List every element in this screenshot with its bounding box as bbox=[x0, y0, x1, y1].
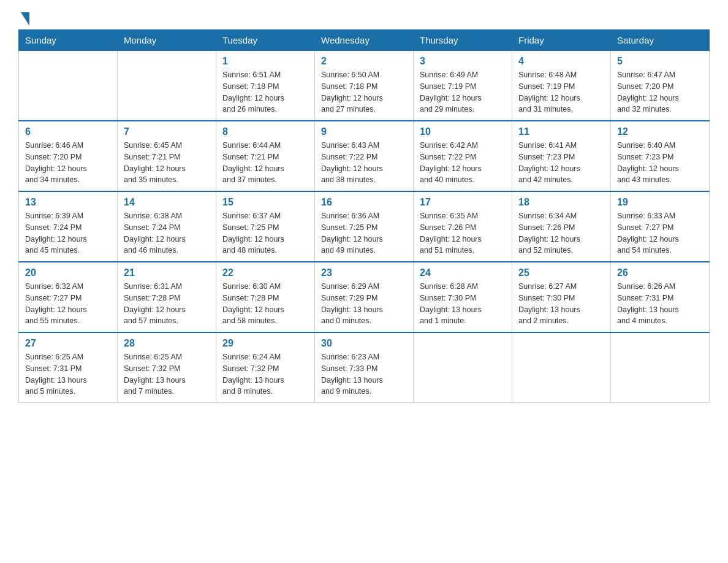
day-number: 24 bbox=[420, 267, 506, 278]
day-info: Sunrise: 6:41 AM Sunset: 7:23 PM Dayligh… bbox=[518, 140, 604, 186]
day-number: 25 bbox=[518, 267, 604, 278]
day-info: Sunrise: 6:40 AM Sunset: 7:23 PM Dayligh… bbox=[617, 140, 703, 186]
calendar-header-row: SundayMondayTuesdayWednesdayThursdayFrid… bbox=[19, 30, 710, 51]
page-header bbox=[18, 12, 710, 23]
day-number: 23 bbox=[321, 267, 407, 278]
calendar-cell: 7Sunrise: 6:45 AM Sunset: 7:21 PM Daylig… bbox=[118, 121, 216, 191]
day-number: 21 bbox=[124, 267, 210, 278]
day-info: Sunrise: 6:38 AM Sunset: 7:24 PM Dayligh… bbox=[124, 210, 210, 256]
weekday-header: Saturday bbox=[611, 30, 710, 51]
calendar-cell: 5Sunrise: 6:47 AM Sunset: 7:20 PM Daylig… bbox=[611, 51, 710, 121]
calendar-cell: 1Sunrise: 6:51 AM Sunset: 7:18 PM Daylig… bbox=[216, 51, 315, 121]
calendar-cell bbox=[19, 51, 118, 121]
day-info: Sunrise: 6:33 AM Sunset: 7:27 PM Dayligh… bbox=[617, 210, 703, 256]
day-number: 1 bbox=[222, 56, 308, 67]
day-number: 16 bbox=[321, 197, 407, 208]
day-number: 18 bbox=[518, 197, 604, 208]
calendar-cell: 29Sunrise: 6:24 AM Sunset: 7:32 PM Dayli… bbox=[216, 332, 315, 403]
calendar-cell bbox=[512, 332, 611, 403]
day-number: 4 bbox=[518, 56, 604, 67]
day-info: Sunrise: 6:39 AM Sunset: 7:24 PM Dayligh… bbox=[25, 210, 111, 256]
weekday-header: Tuesday bbox=[216, 30, 315, 51]
day-number: 14 bbox=[124, 197, 210, 208]
weekday-header: Friday bbox=[512, 30, 611, 51]
calendar-cell: 16Sunrise: 6:36 AM Sunset: 7:25 PM Dayli… bbox=[315, 191, 414, 262]
calendar-cell: 4Sunrise: 6:48 AM Sunset: 7:19 PM Daylig… bbox=[512, 51, 611, 121]
weekday-header: Monday bbox=[118, 30, 216, 51]
day-number: 28 bbox=[124, 338, 210, 349]
day-number: 8 bbox=[222, 126, 308, 137]
day-number: 9 bbox=[321, 126, 407, 137]
calendar-cell: 23Sunrise: 6:29 AM Sunset: 7:29 PM Dayli… bbox=[315, 262, 414, 332]
calendar-table: SundayMondayTuesdayWednesdayThursdayFrid… bbox=[18, 29, 710, 403]
day-info: Sunrise: 6:31 AM Sunset: 7:28 PM Dayligh… bbox=[124, 281, 210, 327]
calendar-cell: 27Sunrise: 6:25 AM Sunset: 7:31 PM Dayli… bbox=[19, 332, 118, 403]
weekday-header: Sunday bbox=[19, 30, 118, 51]
day-info: Sunrise: 6:36 AM Sunset: 7:25 PM Dayligh… bbox=[321, 210, 407, 256]
day-info: Sunrise: 6:35 AM Sunset: 7:26 PM Dayligh… bbox=[420, 210, 506, 256]
calendar-cell bbox=[414, 332, 512, 403]
calendar-cell: 8Sunrise: 6:44 AM Sunset: 7:21 PM Daylig… bbox=[216, 121, 315, 191]
day-info: Sunrise: 6:30 AM Sunset: 7:28 PM Dayligh… bbox=[222, 281, 308, 327]
day-info: Sunrise: 6:26 AM Sunset: 7:31 PM Dayligh… bbox=[617, 281, 703, 327]
day-number: 12 bbox=[617, 126, 703, 137]
day-number: 10 bbox=[420, 126, 506, 137]
day-info: Sunrise: 6:29 AM Sunset: 7:29 PM Dayligh… bbox=[321, 281, 407, 327]
calendar-week-row: 20Sunrise: 6:32 AM Sunset: 7:27 PM Dayli… bbox=[19, 262, 710, 332]
calendar-cell: 18Sunrise: 6:34 AM Sunset: 7:26 PM Dayli… bbox=[512, 191, 611, 262]
calendar-week-row: 6Sunrise: 6:46 AM Sunset: 7:20 PM Daylig… bbox=[19, 121, 710, 191]
day-number: 7 bbox=[124, 126, 210, 137]
calendar-cell: 21Sunrise: 6:31 AM Sunset: 7:28 PM Dayli… bbox=[118, 262, 216, 332]
day-info: Sunrise: 6:48 AM Sunset: 7:19 PM Dayligh… bbox=[518, 69, 604, 115]
day-info: Sunrise: 6:51 AM Sunset: 7:18 PM Dayligh… bbox=[222, 69, 308, 115]
day-number: 26 bbox=[617, 267, 703, 278]
day-info: Sunrise: 6:28 AM Sunset: 7:30 PM Dayligh… bbox=[420, 281, 506, 327]
day-number: 20 bbox=[25, 267, 111, 278]
calendar-cell: 10Sunrise: 6:42 AM Sunset: 7:22 PM Dayli… bbox=[414, 121, 512, 191]
day-number: 13 bbox=[25, 197, 111, 208]
logo-triangle-icon bbox=[21, 12, 29, 26]
weekday-header: Wednesday bbox=[315, 30, 414, 51]
day-info: Sunrise: 6:46 AM Sunset: 7:20 PM Dayligh… bbox=[25, 140, 111, 186]
calendar-cell: 3Sunrise: 6:49 AM Sunset: 7:19 PM Daylig… bbox=[414, 51, 512, 121]
day-number: 3 bbox=[420, 56, 506, 67]
day-number: 22 bbox=[222, 267, 308, 278]
calendar-cell: 13Sunrise: 6:39 AM Sunset: 7:24 PM Dayli… bbox=[19, 191, 118, 262]
weekday-header: Thursday bbox=[414, 30, 512, 51]
day-info: Sunrise: 6:25 AM Sunset: 7:31 PM Dayligh… bbox=[25, 351, 111, 397]
calendar-week-row: 1Sunrise: 6:51 AM Sunset: 7:18 PM Daylig… bbox=[19, 51, 710, 121]
day-info: Sunrise: 6:49 AM Sunset: 7:19 PM Dayligh… bbox=[420, 69, 506, 115]
calendar-cell: 22Sunrise: 6:30 AM Sunset: 7:28 PM Dayli… bbox=[216, 262, 315, 332]
calendar-cell: 26Sunrise: 6:26 AM Sunset: 7:31 PM Dayli… bbox=[611, 262, 710, 332]
day-info: Sunrise: 6:24 AM Sunset: 7:32 PM Dayligh… bbox=[222, 351, 308, 397]
calendar-cell: 2Sunrise: 6:50 AM Sunset: 7:18 PM Daylig… bbox=[315, 51, 414, 121]
calendar-cell: 28Sunrise: 6:25 AM Sunset: 7:32 PM Dayli… bbox=[118, 332, 216, 403]
day-info: Sunrise: 6:32 AM Sunset: 7:27 PM Dayligh… bbox=[25, 281, 111, 327]
calendar-week-row: 13Sunrise: 6:39 AM Sunset: 7:24 PM Dayli… bbox=[19, 191, 710, 262]
day-info: Sunrise: 6:34 AM Sunset: 7:26 PM Dayligh… bbox=[518, 210, 604, 256]
calendar-cell: 20Sunrise: 6:32 AM Sunset: 7:27 PM Dayli… bbox=[19, 262, 118, 332]
calendar-cell: 14Sunrise: 6:38 AM Sunset: 7:24 PM Dayli… bbox=[118, 191, 216, 262]
calendar-week-row: 27Sunrise: 6:25 AM Sunset: 7:31 PM Dayli… bbox=[19, 332, 710, 403]
calendar-cell: 30Sunrise: 6:23 AM Sunset: 7:33 PM Dayli… bbox=[315, 332, 414, 403]
day-info: Sunrise: 6:23 AM Sunset: 7:33 PM Dayligh… bbox=[321, 351, 407, 397]
day-info: Sunrise: 6:27 AM Sunset: 7:30 PM Dayligh… bbox=[518, 281, 604, 327]
calendar-cell: 11Sunrise: 6:41 AM Sunset: 7:23 PM Dayli… bbox=[512, 121, 611, 191]
calendar-cell: 17Sunrise: 6:35 AM Sunset: 7:26 PM Dayli… bbox=[414, 191, 512, 262]
calendar-cell bbox=[611, 332, 710, 403]
calendar-cell: 15Sunrise: 6:37 AM Sunset: 7:25 PM Dayli… bbox=[216, 191, 315, 262]
calendar-cell: 9Sunrise: 6:43 AM Sunset: 7:22 PM Daylig… bbox=[315, 121, 414, 191]
day-number: 30 bbox=[321, 338, 407, 349]
day-info: Sunrise: 6:47 AM Sunset: 7:20 PM Dayligh… bbox=[617, 69, 703, 115]
day-number: 15 bbox=[222, 197, 308, 208]
day-info: Sunrise: 6:42 AM Sunset: 7:22 PM Dayligh… bbox=[420, 140, 506, 186]
calendar-cell bbox=[118, 51, 216, 121]
day-number: 5 bbox=[617, 56, 703, 67]
day-info: Sunrise: 6:43 AM Sunset: 7:22 PM Dayligh… bbox=[321, 140, 407, 186]
calendar-cell: 24Sunrise: 6:28 AM Sunset: 7:30 PM Dayli… bbox=[414, 262, 512, 332]
day-number: 29 bbox=[222, 338, 308, 349]
logo bbox=[18, 12, 29, 23]
day-info: Sunrise: 6:45 AM Sunset: 7:21 PM Dayligh… bbox=[124, 140, 210, 186]
day-number: 19 bbox=[617, 197, 703, 208]
day-info: Sunrise: 6:37 AM Sunset: 7:25 PM Dayligh… bbox=[222, 210, 308, 256]
